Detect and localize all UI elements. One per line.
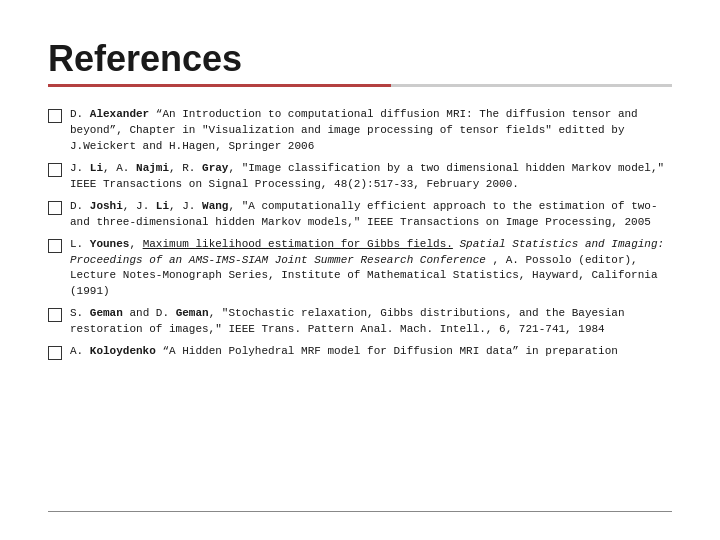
bullet-icon (48, 239, 62, 253)
reference-text: J. Li, A. Najmi, R. Gray, "Image classif… (70, 161, 672, 193)
reference-text: D. Alexander “An Introduction to computa… (70, 107, 672, 155)
bullet-icon (48, 346, 62, 360)
list-item: D. Joshi, J. Li, J. Wang, "A computation… (48, 199, 672, 231)
bullet-icon (48, 163, 62, 177)
references-list: D. Alexander “An Introduction to computa… (48, 107, 672, 360)
list-item: J. Li, A. Najmi, R. Gray, "Image classif… (48, 161, 672, 193)
list-item: S. Geman and D. Geman, "Stochastic relax… (48, 306, 672, 338)
list-item: A. Koloydenko “A Hidden Polyhedral MRF m… (48, 344, 672, 360)
reference-text: S. Geman and D. Geman, "Stochastic relax… (70, 306, 672, 338)
list-item: L. Younes, Maximum likelihood estimation… (48, 237, 672, 301)
reference-text: D. Joshi, J. Li, J. Wang, "A computation… (70, 199, 672, 231)
bullet-icon (48, 109, 62, 123)
list-item: D. Alexander “An Introduction to computa… (48, 107, 672, 155)
page-title: References (48, 38, 672, 80)
slide: References D. Alexander “An Introduction… (0, 0, 720, 540)
bottom-divider (48, 511, 672, 513)
reference-text: A. Koloydenko “A Hidden Polyhedral MRF m… (70, 344, 672, 360)
title-underline (48, 84, 672, 87)
reference-text: L. Younes, Maximum likelihood estimation… (70, 237, 672, 301)
bullet-icon (48, 308, 62, 322)
title-section: References (48, 38, 672, 101)
bullet-icon (48, 201, 62, 215)
